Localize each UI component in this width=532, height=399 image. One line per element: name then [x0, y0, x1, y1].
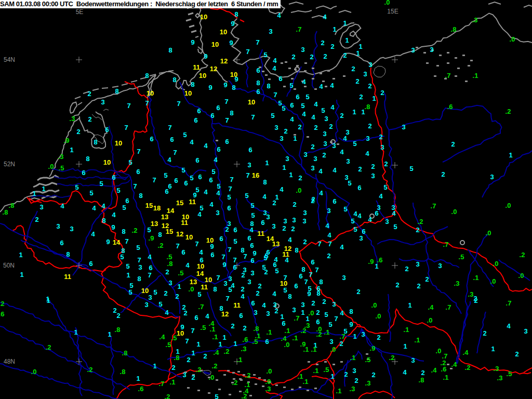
svg-text:6: 6: [198, 173, 202, 181]
svg-text:1: 1: [42, 185, 45, 193]
svg-text:6: 6: [125, 197, 129, 205]
svg-text:3: 3: [430, 46, 433, 54]
svg-text:2: 2: [311, 143, 314, 151]
svg-text:2: 2: [377, 334, 380, 341]
svg-text:.2: .2: [242, 392, 247, 399]
svg-text:6: 6: [105, 126, 109, 134]
svg-text:1: 1: [265, 159, 269, 167]
svg-text:8: 8: [94, 138, 97, 146]
svg-text:.0: .0: [265, 378, 271, 385]
svg-text:.6: .6: [441, 365, 447, 373]
svg-text:.7: .7: [443, 241, 449, 248]
svg-text:9: 9: [229, 39, 233, 47]
svg-text:2: 2: [264, 268, 268, 276]
svg-text:.8: .8: [9, 202, 15, 209]
svg-text:5: 5: [99, 180, 103, 188]
svg-text:9: 9: [191, 38, 194, 46]
svg-text:4: 4: [314, 100, 318, 108]
svg-text:4: 4: [241, 292, 245, 300]
svg-text:.3: .3: [350, 385, 355, 393]
svg-text:.0: .0: [376, 312, 381, 320]
svg-text:5: 5: [233, 237, 237, 245]
svg-text:1: 1: [46, 297, 50, 304]
svg-text:3: 3: [250, 269, 254, 277]
svg-text:.1: .1: [473, 274, 479, 282]
svg-text:1: 1: [343, 19, 347, 27]
svg-text:10: 10: [206, 236, 214, 244]
svg-text:3: 3: [329, 338, 333, 345]
svg-text:5: 5: [158, 300, 162, 308]
svg-text:4: 4: [302, 110, 306, 118]
svg-text:4: 4: [205, 312, 209, 320]
svg-text:5: 5: [75, 183, 78, 191]
svg-text:2: 2: [256, 289, 259, 297]
svg-text:2: 2: [164, 289, 167, 297]
svg-text:1: 1: [74, 328, 77, 336]
svg-text:1: 1: [372, 95, 376, 102]
svg-text:3: 3: [292, 306, 296, 314]
svg-text:6: 6: [282, 320, 285, 327]
svg-text:.7: .7: [506, 299, 512, 307]
svg-text:.2: .2: [87, 366, 93, 374]
svg-text:6: 6: [332, 197, 336, 205]
svg-text:3: 3: [301, 301, 304, 309]
svg-text:4: 4: [340, 309, 344, 317]
svg-text:4: 4: [167, 156, 171, 164]
svg-text:3: 3: [411, 356, 415, 364]
svg-text:.2: .2: [224, 348, 230, 355]
svg-text:3: 3: [285, 155, 289, 163]
svg-text:9: 9: [111, 223, 115, 231]
svg-text:.1: .1: [473, 72, 478, 79]
svg-text:2: 2: [88, 115, 91, 123]
svg-text:1: 1: [191, 349, 195, 357]
svg-text:.0: .0: [451, 208, 457, 216]
svg-text:3: 3: [247, 278, 251, 286]
svg-text:3: 3: [272, 222, 275, 230]
svg-text:5: 5: [263, 51, 267, 59]
svg-text:2: 2: [515, 350, 518, 358]
svg-text:1: 1: [20, 271, 23, 278]
svg-text:2: 2: [116, 312, 120, 320]
svg-text:8: 8: [137, 275, 141, 283]
svg-text:8: 8: [139, 192, 142, 200]
svg-text:8: 8: [232, 84, 235, 91]
svg-text:6: 6: [82, 169, 85, 177]
svg-text:4: 4: [214, 156, 218, 164]
svg-text:6: 6: [256, 88, 260, 96]
svg-text:54N: 54N: [4, 56, 15, 63]
svg-text:.5: .5: [59, 164, 64, 172]
svg-text:8: 8: [267, 82, 270, 90]
svg-text:7: 7: [216, 274, 220, 282]
svg-text:5: 5: [183, 131, 187, 139]
svg-text:4: 4: [148, 253, 152, 261]
svg-text:2: 2: [343, 51, 347, 59]
svg-text:3: 3: [168, 279, 172, 287]
svg-text:2: 2: [339, 340, 343, 348]
svg-text:.1: .1: [210, 325, 216, 333]
svg-text:3: 3: [402, 123, 405, 131]
svg-text:5: 5: [120, 253, 124, 261]
svg-text:7: 7: [177, 100, 180, 108]
svg-text:12: 12: [176, 230, 183, 238]
svg-text:2: 2: [379, 133, 382, 141]
svg-text:3: 3: [411, 46, 415, 54]
svg-text:2: 2: [243, 324, 246, 332]
svg-text:.3: .3: [468, 290, 474, 298]
svg-text:3: 3: [323, 140, 327, 148]
svg-text:7: 7: [225, 116, 229, 124]
svg-text:2: 2: [291, 53, 295, 61]
svg-text:.3: .3: [472, 16, 478, 24]
svg-text:1: 1: [233, 340, 237, 348]
svg-text:2: 2: [272, 199, 276, 207]
svg-text:5: 5: [228, 286, 232, 294]
svg-text:6: 6: [194, 116, 197, 124]
svg-text:.5: .5: [252, 338, 258, 345]
svg-text:7: 7: [191, 327, 194, 335]
svg-text:7: 7: [127, 102, 130, 110]
svg-text:1: 1: [293, 135, 297, 142]
svg-text:48N: 48N: [4, 358, 15, 365]
svg-text:6: 6: [150, 135, 153, 143]
svg-text:3: 3: [39, 203, 43, 211]
svg-text:4: 4: [325, 222, 329, 230]
svg-text:4: 4: [92, 204, 96, 212]
